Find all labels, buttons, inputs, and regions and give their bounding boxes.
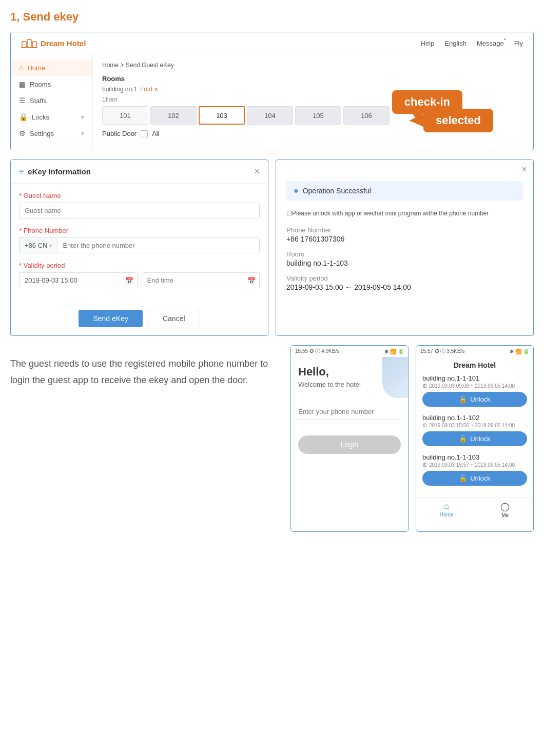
room3-date-text: 2019.09.03 15:57 ~ 2019.09.05 14:00 — [429, 462, 515, 468]
phone2-status-left: 15:57 ✪ ⓘ 3.5KB/s — [420, 348, 464, 355]
op-phone-label: Phone Number — [286, 226, 523, 234]
phone2-home-tab[interactable]: ⌂ Home — [440, 502, 454, 518]
modal-body: * Guest Name * Phone Number +86 CN ▾ — [11, 184, 268, 305]
nav-message[interactable]: Message — [477, 39, 504, 47]
phone1-status-bar: 15:55 ✪ ⓘ 4.9KB/s ✱ 📶 🔋 — [291, 346, 408, 357]
op-phone-value: +86 17601307306 — [286, 235, 523, 243]
phone1-login-button[interactable]: Login — [298, 435, 401, 454]
room1-unlock-label: Unlock — [470, 395, 491, 403]
room1-unlock-icon: 🔓 — [459, 395, 467, 403]
phone1-wifi-icon: 📶 — [390, 349, 396, 354]
phone2-body: Dream Hotel building no.1-1-101 🗓 2019.0… — [416, 357, 533, 497]
phone1-battery-icon: 🔋 — [398, 349, 404, 354]
required-star-3: * — [19, 262, 24, 269]
room1-date: 🗓 2019.09.03 09:08 ~ 2019.09.05 14:00 — [422, 383, 527, 389]
start-date-calendar-icon: 📅 — [125, 276, 133, 284]
room3-unlock-button[interactable]: 🔓 Unlock — [422, 471, 527, 486]
room2-unlock-label: Unlock — [470, 435, 491, 443]
op-phone-field: Phone Number +86 17601307306 — [286, 226, 523, 243]
start-date-input[interactable] — [19, 272, 138, 288]
required-star-2: * — [19, 227, 24, 234]
phone1-number-input[interactable] — [298, 404, 401, 420]
settings-chevron-icon: ▾ — [81, 130, 84, 137]
breadcrumb: Home > Send Guest eKey — [102, 62, 524, 69]
fold-link[interactable]: Fold ∧ — [140, 86, 159, 93]
ekey-modal-title-text: eKey Information — [28, 167, 91, 176]
sidebar-item-rooms[interactable]: ▦ Rooms — [11, 76, 92, 92]
phone2-home-icon: ⌂ — [444, 502, 449, 511]
guest-text: The guest needs to use the registered mo… — [10, 345, 283, 532]
room-entry-3: building no.1-1-103 🗓 2019.09.03 15:57 ~… — [422, 453, 527, 486]
modal-footer: Send eKey Cancel — [11, 305, 268, 335]
rooms-callout-area: check-in Rooms building no.1 Fold ∧ 1flo… — [102, 75, 524, 137]
phone2-me-tab[interactable]: ◯ Me — [500, 502, 510, 518]
nav-fly[interactable]: Fly — [514, 39, 523, 47]
svg-rect-0 — [22, 42, 26, 48]
room-entry-2: building no.1-1-102 🗓 2019.09.03 15:56 ~… — [422, 414, 527, 446]
op-note: ☐Please unlock with app or wechat mini p… — [286, 209, 523, 218]
room2-unlock-button[interactable]: 🔓 Unlock — [422, 431, 527, 446]
guest-name-input[interactable] — [19, 203, 260, 218]
sidebar-label-settings: Settings — [30, 130, 54, 137]
room1-calendar-icon: 🗓 — [422, 383, 428, 389]
required-star-1: * — [19, 192, 24, 200]
hotel-logo-icon — [21, 37, 37, 49]
sidebar-item-locks[interactable]: 🔒 Locks ▾ — [11, 109, 92, 125]
phone2-status-icons: ✱ 📶 🔋 — [510, 349, 529, 354]
op-success-label: Operation Successful — [303, 187, 371, 195]
room2-calendar-icon: 🗓 — [422, 423, 428, 428]
phone-prefix-text: +86 CN — [25, 242, 47, 249]
phone1-body: Hello, Welcome to the hotel Login — [291, 357, 408, 531]
room-cell-106[interactable]: 106 — [343, 106, 390, 125]
nav-language[interactable]: English — [444, 39, 467, 47]
phone-input[interactable] — [57, 237, 260, 253]
hotel-logo: Dream Hotel — [21, 37, 86, 49]
validity-group: * Validity period 📅 📅 — [19, 262, 260, 288]
start-date-wrap: 📅 — [19, 272, 138, 288]
guest-name-label: * Guest Name — [19, 192, 260, 200]
send-ekey-button[interactable]: Send eKey — [79, 310, 143, 327]
phone2-home-label: Home — [440, 512, 454, 518]
nav-help[interactable]: Help — [421, 39, 435, 47]
phone-mockup-login: 15:55 ✪ ⓘ 4.9KB/s ✱ 📶 🔋 Hello, Welcome t… — [290, 345, 409, 532]
room3-unlock-label: Unlock — [470, 474, 491, 482]
room-cell-104[interactable]: 104 — [247, 106, 293, 125]
selected-callout: selected — [423, 109, 493, 132]
rooms-section-title: Rooms — [102, 75, 524, 83]
phone2-footer: ⌂ Home ◯ Me — [416, 497, 533, 520]
op-success-banner: ● Operation Successful — [286, 181, 523, 201]
cancel-button[interactable]: Cancel — [148, 310, 200, 327]
sidebar-item-settings[interactable]: ⚙ Settings ▾ — [11, 125, 92, 142]
op-modal-header: × — [276, 160, 533, 175]
modal-title: ≡ eKey Information — [19, 167, 91, 176]
guest-name-group: * Guest Name — [19, 192, 260, 218]
phone-dropdown-icon: ▾ — [49, 243, 52, 248]
op-modal-close[interactable]: × — [521, 164, 527, 175]
sidebar-item-staffs[interactable]: ☰ Staffs — [11, 92, 92, 109]
room-cell-105[interactable]: 105 — [295, 106, 341, 125]
hotel-sidebar: ⌂ Home ▦ Rooms ☰ Staffs 🔒 Locks ▾ ⚙ Sett… — [11, 54, 93, 150]
phone-prefix[interactable]: +86 CN ▾ — [19, 237, 57, 253]
room-cell-102[interactable]: 102 — [150, 106, 197, 125]
guest-name-label-text: Guest Name — [24, 192, 61, 200]
phone2-me-label: Me — [501, 512, 509, 518]
phone2-wifi-icon: 📶 — [515, 349, 521, 354]
ekey-modal-close[interactable]: × — [254, 166, 260, 177]
room1-unlock-button[interactable]: 🔓 Unlock — [422, 392, 527, 407]
room-cell-103[interactable]: 103 — [199, 106, 245, 125]
sidebar-label-home: Home — [27, 64, 45, 72]
staffs-icon: ☰ — [19, 96, 26, 105]
hotel-name: Dream Hotel — [41, 39, 86, 48]
phone-row: +86 CN ▾ — [19, 237, 260, 253]
breadcrumb-home[interactable]: Home — [102, 62, 119, 69]
phone2-signal-icon: ✱ — [510, 349, 514, 354]
page-title: 1, Send ekey — [10, 10, 534, 24]
room1-date-text: 2019.09.03 09:08 ~ 2019.09.05 14:00 — [429, 383, 515, 389]
phone-label: * Phone Number — [19, 227, 260, 234]
breadcrumb-current: Send Guest eKey — [126, 62, 174, 69]
public-door-checkbox[interactable] — [141, 130, 148, 137]
room1-name: building no.1-1-101 — [422, 374, 527, 382]
end-date-input[interactable] — [142, 272, 260, 288]
sidebar-item-home[interactable]: ⌂ Home — [11, 59, 92, 76]
room-cell-101[interactable]: 101 — [102, 106, 148, 125]
